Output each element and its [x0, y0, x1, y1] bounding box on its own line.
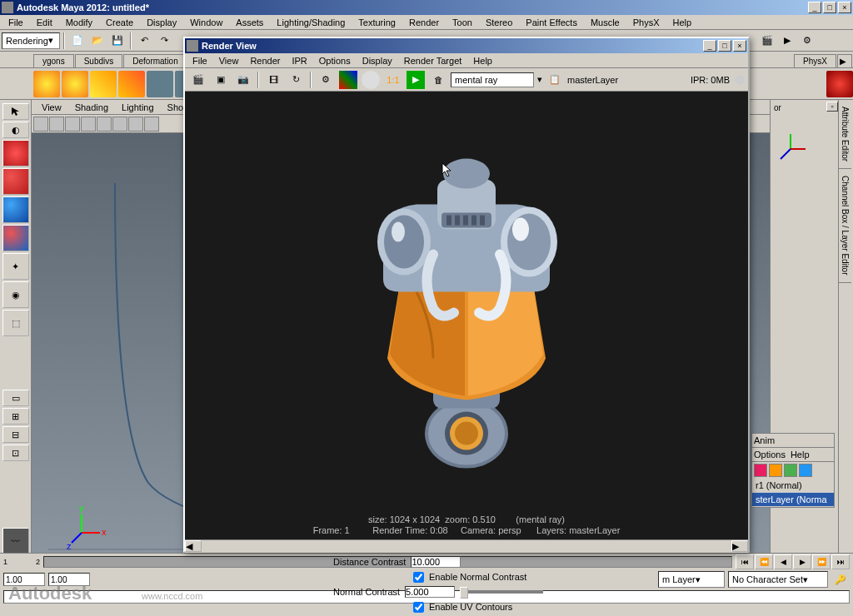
rv-ipr-btn[interactable]: 🎞: [263, 70, 283, 90]
goto-start[interactable]: ⏮: [736, 554, 754, 569]
vp-menu-shading[interactable]: Shading: [68, 102, 115, 112]
anim-layer-combo[interactable]: m Layer▾: [658, 571, 725, 588]
rv-alpha-btn[interactable]: [361, 70, 381, 90]
manip-tool[interactable]: ✦: [2, 253, 29, 280]
shelf-light2-icon[interactable]: [62, 71, 88, 97]
chevron-down-icon[interactable]: ▾: [537, 74, 542, 85]
step-fwd[interactable]: ⏩: [812, 554, 831, 569]
shelf-light3-icon[interactable]: [90, 71, 117, 97]
normal-contrast-field[interactable]: [405, 586, 455, 598]
goto-end[interactable]: ⏭: [831, 554, 850, 569]
vp-icon[interactable]: [33, 117, 48, 132]
step-back[interactable]: ⏪: [755, 554, 773, 569]
soft-tool[interactable]: ◉: [2, 281, 29, 308]
menu-muscle[interactable]: Muscle: [584, 16, 626, 29]
distance-contrast-field[interactable]: [411, 556, 461, 568]
charset-combo[interactable]: No Character Set▾: [728, 571, 828, 588]
rv-maximize[interactable]: □: [718, 40, 731, 52]
menu-painteffects[interactable]: Paint Effects: [519, 16, 584, 29]
last-tool[interactable]: ⬚: [2, 310, 29, 336]
save-scene-button[interactable]: 💾: [108, 32, 127, 50]
rv-snapshot-btn[interactable]: 📷: [233, 70, 253, 90]
vp-icon[interactable]: [128, 117, 143, 132]
tab-attribute-editor[interactable]: Attribute Editor: [839, 100, 851, 169]
layer-row[interactable]: r1 (Normal): [752, 479, 834, 493]
render-button[interactable]: 🎬: [758, 32, 776, 50]
shelf-scroll-right[interactable]: ▶: [837, 54, 852, 67]
scale-tool[interactable]: [2, 225, 29, 251]
rotate-tool[interactable]: [2, 196, 29, 223]
rv-menu-render[interactable]: Render: [244, 54, 286, 67]
vp-icon[interactable]: [97, 117, 112, 132]
play-fwd[interactable]: ▶: [793, 554, 811, 569]
shelf-tab-subdivs[interactable]: Subdivs: [75, 54, 123, 67]
shelf-light-icon[interactable]: [33, 71, 60, 97]
rv-settings-btn[interactable]: ⚙: [316, 70, 336, 90]
rv-render-region-btn[interactable]: ▣: [211, 70, 231, 90]
move-tool[interactable]: [2, 168, 29, 195]
single-view[interactable]: ▭: [2, 390, 29, 406]
maximize-button[interactable]: □: [823, 2, 836, 13]
menu-window[interactable]: Window: [183, 16, 229, 29]
undo-button[interactable]: ↶: [135, 32, 153, 50]
menu-stereo[interactable]: Stereo: [479, 16, 519, 29]
vp-icon[interactable]: [112, 117, 127, 132]
shelf-tab-physx[interactable]: PhysX: [794, 54, 836, 67]
layer-icon[interactable]: [754, 464, 767, 477]
rv-minimize[interactable]: _: [703, 40, 716, 52]
autokey-button[interactable]: 🔑: [831, 570, 850, 589]
new-scene-button[interactable]: 📄: [68, 32, 87, 50]
paint-tool[interactable]: [2, 140, 29, 166]
layer-menu-options[interactable]: Options: [754, 450, 786, 460]
layout1[interactable]: ⊟: [2, 426, 29, 443]
menu-modify[interactable]: Modify: [59, 16, 99, 29]
open-scene-button[interactable]: 📂: [88, 32, 107, 50]
normal-contrast-slider[interactable]: [460, 590, 543, 594]
menu-edit[interactable]: Edit: [30, 16, 59, 29]
render-settings-button[interactable]: ⚙: [798, 32, 816, 50]
rv-ratio-btn[interactable]: 1:1: [383, 70, 403, 90]
rv-scroll-left[interactable]: ◀: [185, 540, 202, 552]
layer-menu-help[interactable]: Help: [791, 450, 810, 460]
menu-physx[interactable]: PhysX: [626, 16, 666, 29]
rv-menu-file[interactable]: File: [187, 54, 213, 67]
rv-menu-options[interactable]: Options: [313, 54, 357, 67]
shelf-tab-deformation[interactable]: Deformation: [123, 54, 187, 67]
layer-icon[interactable]: [784, 464, 797, 477]
lasso-tool[interactable]: ◐: [2, 122, 29, 138]
rv-menu-target[interactable]: Render Target: [398, 54, 468, 67]
rv-menu-help[interactable]: Help: [467, 54, 498, 67]
menu-toon[interactable]: Toon: [446, 16, 479, 29]
ipr-button[interactable]: ▶: [778, 32, 796, 50]
rv-scroll-right[interactable]: ▶: [731, 540, 748, 552]
rv-menu-ipr[interactable]: IPR: [286, 54, 312, 67]
layout2[interactable]: ⊡: [2, 445, 29, 461]
rv-menu-display[interactable]: Display: [357, 54, 398, 67]
rv-render-btn[interactable]: 🎬: [188, 70, 208, 90]
menu-file[interactable]: File: [2, 16, 30, 29]
menu-render[interactable]: Render: [402, 16, 446, 29]
menu-texturing[interactable]: Texturing: [352, 16, 402, 29]
menu-create[interactable]: Create: [99, 16, 140, 29]
menu-lighting[interactable]: Lighting/Shading: [270, 16, 352, 29]
panel-undock[interactable]: ▫: [826, 102, 838, 112]
play-back[interactable]: ◀: [774, 554, 792, 569]
minimize-button[interactable]: _: [808, 2, 821, 13]
layer-icon[interactable]: [799, 464, 812, 477]
shelf-render-icon[interactable]: [826, 71, 853, 97]
vp-menu-view[interactable]: View: [35, 102, 68, 112]
rv-remove-btn[interactable]: 🗑: [428, 70, 448, 90]
layer-icon[interactable]: [769, 464, 782, 477]
vp-icon[interactable]: [49, 117, 64, 132]
rv-layer-icon[interactable]: 📋: [545, 70, 565, 90]
vp-icon[interactable]: [81, 117, 96, 132]
layer-row-selected[interactable]: sterLayer (Norma: [752, 493, 834, 507]
rv-menu-view[interactable]: View: [213, 54, 245, 67]
mode-selector[interactable]: Rendering▾: [2, 32, 60, 49]
vp-menu-lighting[interactable]: Lighting: [115, 102, 161, 112]
rv-keep-btn[interactable]: ▶: [406, 70, 426, 90]
shelf-light4-icon[interactable]: [118, 71, 145, 97]
vp-icon[interactable]: [65, 117, 80, 132]
shelf-tab-polygons[interactable]: ygons: [33, 54, 74, 67]
vp-icon[interactable]: [144, 117, 159, 132]
